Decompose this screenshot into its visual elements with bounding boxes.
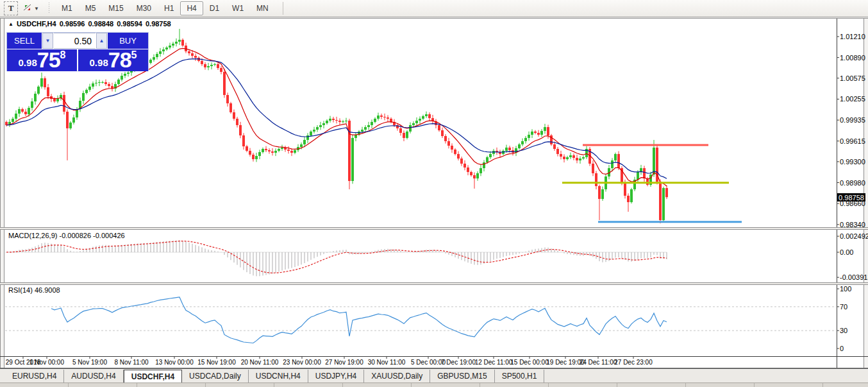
chart-tab-usdjpy[interactable]: USDJPY,H4 — [308, 370, 364, 383]
chart-tab-eurusd[interactable]: EURUSD,H4 — [5, 370, 64, 383]
time-axis-label: 15 Dec 00:00 — [510, 359, 549, 366]
chart-tab-usdcnh[interactable]: USDCNH,H4 — [249, 370, 308, 383]
price-axis-label: 0.98340 — [840, 221, 865, 228]
price-axis-label: 0.98980 — [840, 179, 865, 187]
sell-price-point: 8 — [60, 50, 66, 60]
chart-tab-bar: EURUSD,H4AUDUSD,H4USDCHF,H4USDCAD,DailyU… — [0, 370, 868, 383]
chart-tab-gbpusd[interactable]: GBPUSD,M15 — [430, 370, 494, 383]
mt4-window: T ▼ M1M5M15M30H1H4D1W1MN ▲ USDCHF,H4 0.9… — [0, 0, 868, 387]
price-axis-label: 0.99300 — [840, 158, 865, 166]
time-axis-label: 20 Nov 11:00 — [241, 359, 279, 366]
macd-axis-label: 0.00 — [840, 248, 853, 256]
time-axis-label: 5 Nov 19:00 — [72, 359, 107, 366]
sell-price-display[interactable]: 0.98 75 8 — [7, 49, 77, 71]
sell-price-pips: 75 — [37, 51, 60, 69]
ohlc-low: 0.98594 — [117, 20, 142, 28]
rsi-axis-label: 30 — [840, 327, 847, 334]
sell-price-prefix: 0.98 — [19, 58, 37, 67]
symbol-name: USDCHF,H4 — [17, 20, 56, 28]
rsi-label: RSI(14) 46.9008 — [8, 286, 60, 294]
price-axis-label: 1.01210 — [840, 33, 865, 40]
rsi-axis-label: 100 — [840, 285, 851, 293]
ohlc-open: 0.98596 — [60, 20, 85, 28]
buy-price-pips: 78 — [108, 51, 131, 69]
time-axis-label: 1 Nov 00:00 — [29, 359, 64, 366]
current-price-tag: 0.98758 — [837, 193, 865, 202]
time-axis-label: 5 Dec 00:00 — [411, 359, 446, 366]
ohlc-close: 0.98758 — [146, 20, 171, 28]
macd-axis-label: 0.002492 — [840, 232, 868, 240]
time-axis-label: 27 Nov 19:00 — [325, 359, 363, 366]
chart-tab-usdcad[interactable]: USDCAD,Daily — [182, 370, 249, 383]
time-axis-label: 23 Nov 00:00 — [283, 359, 321, 366]
buy-price-prefix: 0.98 — [90, 58, 108, 67]
price-axis-label: 1.00890 — [840, 54, 865, 62]
macd-label: MACD(12,26,9) -0.000826 -0.000426 — [8, 232, 125, 239]
volume-input[interactable]: 0.50 — [54, 33, 96, 49]
window-bottom-border — [0, 368, 868, 369]
chart-tab-audusd[interactable]: AUDUSD,H4 — [64, 370, 123, 383]
symbol-header: ▲ USDCHF,H4 0.98596 0.98848 0.98594 0.98… — [8, 20, 171, 28]
chart-tab-usdchf[interactable]: USDCHF,H4 — [124, 370, 182, 383]
time-axis-label: 13 Nov 00:00 — [155, 359, 194, 366]
price-axis-label: 0.99615 — [840, 137, 865, 145]
time-axis-label: 15 Nov 19:00 — [197, 359, 236, 366]
rsi-panel-divider[interactable] — [0, 282, 868, 285]
macd-panel-divider[interactable] — [0, 227, 868, 230]
collapse-triangle-icon[interactable]: ▲ — [8, 21, 13, 27]
chart-tab-xauusd[interactable]: XAUUSD,Daily — [364, 370, 430, 383]
chart-tab-sp500[interactable]: SP500,H1 — [495, 370, 545, 383]
rsi-axis-label: 70 — [840, 303, 847, 311]
buy-button[interactable]: BUY — [108, 33, 148, 49]
bottom-strip — [0, 383, 868, 387]
time-axis-label: 24 Dec 11:00 — [580, 359, 617, 366]
rsi-axis-label: 0 — [840, 345, 844, 352]
sell-button[interactable]: SELL — [7, 33, 42, 49]
volume-increase-button[interactable]: ▲ — [96, 33, 107, 49]
one-click-trading-panel: SELL ▼ 0.50 ▲ BUY 0.98 75 8 0.98 78 5 — [6, 32, 149, 71]
time-axis-label: 12 Dec 11:00 — [475, 359, 513, 366]
time-axis-label: 27 Dec 23:00 — [614, 359, 653, 366]
price-axis-label: 0.99935 — [840, 116, 865, 124]
time-axis-border — [0, 356, 868, 357]
time-axis-label: 30 Nov 11:00 — [368, 359, 406, 366]
price-axis-label: 1.00255 — [840, 95, 865, 103]
buy-price-point: 5 — [131, 50, 137, 60]
ohlc-high: 0.98848 — [88, 20, 113, 28]
buy-price-display[interactable]: 0.98 78 5 — [78, 49, 148, 71]
time-axis-label: 7 Dec 19:00 — [441, 359, 476, 366]
price-axis-label: 1.00575 — [840, 74, 865, 82]
time-axis-label: 8 Nov 11:00 — [114, 359, 148, 366]
macd-axis-label: -0.003913 — [840, 273, 868, 281]
volume-decrease-button[interactable]: ▼ — [42, 33, 53, 49]
